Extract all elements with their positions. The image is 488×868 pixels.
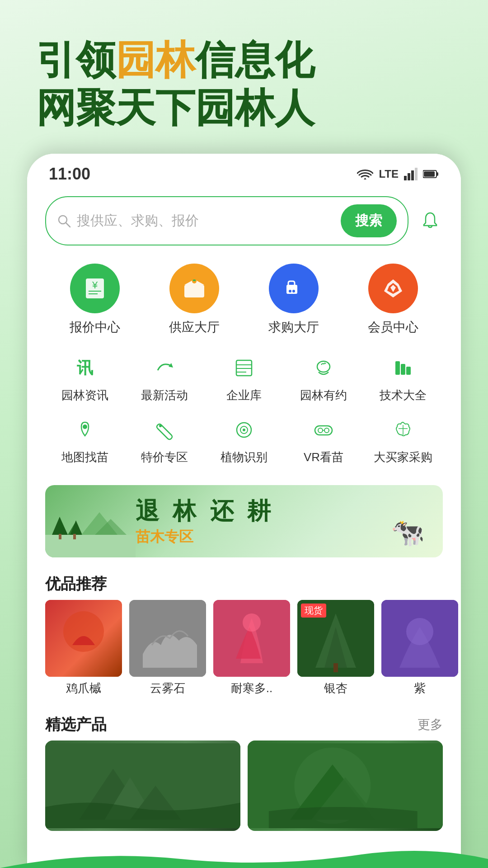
svg-rect-28: [395, 361, 400, 375]
svg-rect-30: [406, 367, 411, 375]
hot-badge: 现货: [301, 604, 326, 618]
qiugou-label: 求购大厅: [268, 319, 319, 336]
caigou-icon: [387, 414, 419, 446]
gongying-label: 供应大厅: [169, 319, 220, 336]
qiyeku-label: 企业库: [226, 387, 262, 403]
selected-img-2[interactable]: [248, 741, 443, 831]
svg-rect-5: [436, 172, 438, 176]
svg-point-35: [243, 429, 245, 431]
yuanyou-icon: [308, 352, 339, 384]
svg-marker-44: [70, 520, 82, 535]
svg-point-53: [243, 613, 261, 632]
svg-rect-46: [73, 534, 76, 539]
huodong-icon: [149, 352, 180, 384]
jingxuan-more[interactable]: 更多: [418, 716, 443, 733]
status-time: 11:00: [49, 165, 90, 184]
svg-point-27: [317, 361, 330, 372]
yuanyou-label: 园林有约: [300, 387, 347, 403]
svg-rect-6: [424, 171, 435, 177]
bell-icon: [419, 210, 441, 232]
huiyuan-label: 会员中心: [368, 319, 418, 336]
product-name-zi: 紫: [414, 680, 426, 696]
product-item-zi[interactable]: 紫: [381, 600, 458, 696]
svg-rect-2: [411, 170, 414, 180]
product-scroll: 鸡爪槭 云雾石 耐寒多..: [27, 600, 461, 703]
hero-line1: 引领园林信息化: [36, 36, 452, 84]
svg-marker-42: [52, 517, 68, 535]
svg-point-17: [289, 290, 291, 292]
svg-point-38: [324, 428, 329, 433]
ditu-label: 地图找苗: [61, 449, 108, 465]
product-item-yunwu[interactable]: 云雾石: [129, 600, 206, 696]
svg-text:¥: ¥: [92, 279, 98, 291]
product-name-jizhua: 鸡爪槭: [66, 680, 101, 696]
svg-rect-55: [333, 663, 338, 672]
sub-icon-vr[interactable]: VR看苗: [287, 414, 360, 465]
svg-point-57: [406, 618, 433, 645]
selected-images: [27, 741, 461, 840]
search-button[interactable]: 搜索: [341, 204, 397, 237]
sub-icon-tejia[interactable]: 特价专区: [128, 414, 201, 465]
svg-rect-45: [59, 534, 61, 539]
youpin-section-title: 优品推荐: [27, 565, 461, 600]
jishu-icon: [387, 352, 419, 384]
sub-icon-zhiwu[interactable]: 植物识别: [208, 414, 280, 465]
vr-icon: [308, 414, 339, 446]
banner-area[interactable]: 退 林 还 耕 苗木专区 🐄: [45, 485, 443, 557]
jingxuan-title-text: 精选产品: [45, 714, 107, 735]
caigou-label: 大买家采购: [374, 449, 432, 465]
sub-icon-yuanyou[interactable]: 园林有约: [287, 352, 360, 403]
selected-img-1[interactable]: [45, 741, 240, 831]
svg-point-18: [292, 290, 295, 292]
search-bar[interactable]: 搜供应、求购、报价 搜索: [45, 196, 408, 245]
product-img-naihan: [213, 600, 290, 677]
banner-main-text: 退 林 还 耕: [136, 495, 274, 527]
product-name-yinxing: 银杏: [324, 680, 347, 696]
main-icon-gongying[interactable]: 供应大厅: [169, 264, 220, 336]
search-icon: [57, 214, 71, 228]
sub-icon-jishu[interactable]: 技术大全: [367, 352, 439, 403]
status-icons: LTE: [357, 168, 439, 180]
qiyeku-icon: [228, 352, 260, 384]
svg-rect-3: [415, 168, 418, 180]
sub-icon-zixun[interactable]: 讯 园林资讯: [49, 352, 121, 403]
notification-bell[interactable]: [418, 208, 443, 234]
lte-icon: LTE: [379, 168, 399, 180]
main-icon-qiugou[interactable]: 求购大厅: [268, 264, 319, 336]
banner-text: 退 林 还 耕 苗木专区: [117, 495, 292, 547]
sub-icons-grid: 讯 园林资讯 最新活动: [27, 340, 461, 478]
search-bar-container: 搜供应、求购、报价 搜索: [27, 189, 461, 253]
product-item-jizhua[interactable]: 鸡爪槭: [45, 600, 122, 696]
youpin-title-text: 优品推荐: [45, 574, 107, 594]
sub-icon-caigou[interactable]: 大买家采购: [367, 414, 439, 465]
sub-icons-row2: 地图找苗 特价专区 植: [45, 409, 443, 471]
banner-animal: 🐄: [391, 516, 425, 548]
hero-section: 引领园林信息化 网聚天下园林人: [0, 0, 488, 150]
product-item-naihan[interactable]: 耐寒多..: [213, 600, 290, 696]
sub-icon-qiyeku[interactable]: 企业库: [208, 352, 280, 403]
battery-icon: [423, 170, 439, 179]
sub-icon-huodong[interactable]: 最新活动: [128, 352, 201, 403]
svg-rect-16: [286, 285, 297, 294]
svg-rect-1: [408, 173, 410, 180]
gongying-circle: [169, 264, 219, 313]
main-icon-baojia[interactable]: ¥ 报价中心: [70, 264, 120, 336]
svg-line-8: [66, 223, 70, 227]
phone-mockup: 11:00 LTE: [27, 154, 461, 868]
product-name-naihan: 耐寒多..: [231, 680, 272, 696]
tejia-label: 特价专区: [141, 449, 188, 465]
search-placeholder: 搜供应、求购、报价: [77, 212, 335, 230]
product-item-yinxing[interactable]: 现货 银杏: [297, 600, 374, 696]
main-icon-huiyuan[interactable]: 会员中心: [368, 264, 418, 336]
tejia-icon: [149, 414, 180, 446]
zhiwu-label: 植物识别: [221, 449, 267, 465]
wifi-icon: [357, 168, 373, 180]
svg-rect-13: [184, 285, 204, 297]
zhiwu-icon: [228, 414, 260, 446]
signal-icon: [404, 168, 418, 180]
baojia-circle: ¥: [70, 264, 120, 313]
svg-rect-0: [404, 176, 407, 180]
sub-icons-row1: 讯 园林资讯 最新活动: [45, 347, 443, 409]
sub-icon-ditu[interactable]: 地图找苗: [49, 414, 121, 465]
qiugou-circle: [269, 264, 319, 313]
